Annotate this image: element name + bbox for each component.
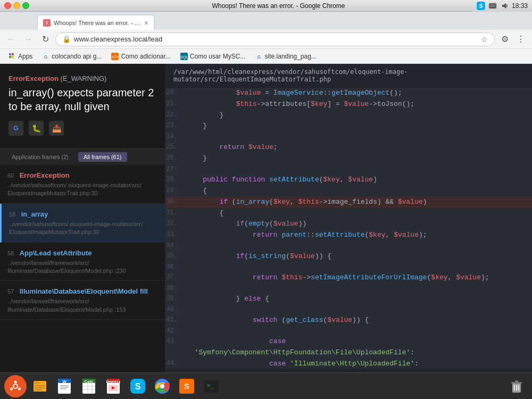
- code-panel: /var/www/html/cleanexpress/vendor/sahuso…: [165, 64, 532, 372]
- line-content: switch (get_class($value)) {: [186, 315, 532, 326]
- line-content: {: [186, 208, 532, 219]
- trash-icon[interactable]: [505, 375, 528, 397]
- svg-rect-3: [12, 56, 14, 58]
- bookmark-1[interactable]: G colocando api g...: [38, 52, 106, 61]
- svg-rect-20: [35, 385, 45, 386]
- maximize-button[interactable]: [22, 2, 29, 9]
- frame-number: 58: [7, 250, 14, 256]
- close-button[interactable]: [4, 2, 11, 9]
- line-content: }: [186, 121, 532, 132]
- tab-close-button[interactable]: ×: [144, 19, 148, 27]
- frame-name: ErrorException: [20, 171, 70, 179]
- svg-rect-22: [35, 389, 42, 390]
- line-number: 36.: [165, 262, 186, 272]
- line-content: }: [186, 110, 532, 121]
- line-content: if (in_array($key, $this->image_fields) …: [186, 197, 532, 208]
- svg-rect-63: [493, 4, 494, 5]
- files-manager-icon[interactable]: [29, 375, 51, 397]
- keyboard-tray-icon: [488, 2, 497, 10]
- frame-name: in_array: [21, 210, 48, 218]
- code-line: 34.: [165, 241, 532, 251]
- line-content: [186, 284, 532, 294]
- google-favicon-1: G: [42, 53, 49, 60]
- line-number: 28.: [165, 174, 186, 186]
- code-line: 21. $this->attributes[$key] = $value->to…: [165, 99, 532, 110]
- bookmark-4[interactable]: G site.landing_pag...: [251, 52, 321, 61]
- code-line: 39. } else {: [165, 294, 532, 305]
- svg-rect-67: [494, 6, 495, 7]
- frame-item[interactable]: 60 ErrorException ../vendor/sahusoftcom/…: [0, 165, 165, 204]
- frame-number: 57: [7, 288, 14, 295]
- terminal-icon[interactable]: >_: [200, 375, 222, 397]
- all-frames-button[interactable]: All frames (61): [78, 152, 127, 162]
- line-content: [186, 262, 532, 272]
- google-search-icon[interactable]: G: [9, 121, 23, 136]
- svg-text:S: S: [184, 382, 189, 390]
- skype-icon[interactable]: S: [127, 375, 149, 397]
- line-number: 38.: [165, 284, 186, 294]
- app-frames-button[interactable]: Application frames (2): [6, 152, 74, 162]
- bookmark-label-4: site.landing_pag...: [265, 53, 317, 60]
- window-controls: [4, 2, 29, 9]
- svg-point-14: [14, 380, 17, 383]
- navigation-bar: ← → ↻ 🔒 www.cleanexpress.local/lead ☆ ⚙ …: [0, 30, 532, 49]
- code-line: 35. if(is_string($value)) {: [165, 251, 532, 262]
- svg-rect-28: [60, 387, 69, 388]
- bookmarks-bar: Apps G colocando api g... </> Como adici…: [0, 49, 532, 64]
- bookmark-star-icon[interactable]: ☆: [481, 35, 488, 44]
- libreoffice-writer-icon[interactable]: W: [53, 375, 76, 397]
- chrome-icon[interactable]: [151, 375, 173, 397]
- code-line: 44. case 'Illuminate\Http\UploadedFile':: [165, 359, 532, 370]
- apps-label: Apps: [18, 53, 32, 60]
- svg-rect-0: [9, 53, 11, 55]
- forward-button[interactable]: →: [21, 32, 35, 46]
- frame-item[interactable]: 58 App\Lead setAttribute ../vendor/larav…: [0, 243, 165, 281]
- svg-rect-27: [60, 385, 69, 386]
- stackoverflow-icon[interactable]: 🐛: [29, 121, 44, 136]
- bookmark-3[interactable]: SQL Como usar MySC...: [176, 52, 250, 61]
- menu-button[interactable]: ⋮: [514, 32, 528, 46]
- bookmark-favicon-2: </>: [111, 53, 119, 60]
- svg-rect-62: [491, 4, 492, 5]
- exception-name: ErrorException: [9, 74, 59, 82]
- frame-header: 59 in_array: [9, 209, 157, 219]
- svg-rect-21: [35, 387, 45, 388]
- frame-item-selected[interactable]: 59 in_array ../vendor/sahusoftcom/ eloqu…: [0, 204, 165, 243]
- system-tray: S 18:33: [472, 0, 532, 12]
- line-content: [186, 241, 532, 251]
- svg-text:G: G: [257, 54, 261, 59]
- minimize-button[interactable]: [13, 2, 20, 9]
- apps-bookmark[interactable]: Apps: [4, 52, 37, 61]
- tab-bar: ! Whoops! There was an error. - Google C…: [0, 12, 532, 30]
- code-view[interactable]: 20. $value = ImageService::getImageObjec…: [165, 88, 532, 372]
- svg-text:</>: </>: [112, 54, 119, 59]
- address-bar[interactable]: 🔒 www.cleanexpress.local/lead ☆: [55, 32, 495, 46]
- code-line-highlighted: 30. if (in_array($key, $this->image_fiel…: [165, 197, 532, 208]
- code-line: 27.: [165, 164, 532, 174]
- extensions-button[interactable]: ⚙: [498, 32, 512, 46]
- back-button[interactable]: ←: [4, 32, 18, 46]
- tab-favicon: !: [43, 19, 51, 27]
- address-text: www.cleanexpress.local/lead: [74, 35, 478, 43]
- line-content: return parent::setAttribute($key, $value…: [186, 230, 532, 241]
- bookmark-2[interactable]: </> Como adicionar...: [107, 52, 174, 61]
- libreoffice-impress-icon[interactable]: Impress: [102, 375, 124, 397]
- line-content: if(empty($value)): [186, 219, 532, 230]
- browser-content: ErrorException (E_WARNING) in_array() ex…: [0, 64, 532, 372]
- line-number: 40.: [165, 305, 186, 315]
- svg-rect-61: [489, 4, 491, 5]
- frame-item[interactable]: 57 Illuminate\Database\Eloquent\Model fi…: [0, 281, 165, 320]
- frame-name: Illuminate\Database\Eloquent\Model fill: [20, 287, 148, 295]
- libreoffice-calc-icon[interactable]: Calc: [78, 375, 100, 397]
- svg-rect-19: [34, 382, 40, 384]
- line-number: [165, 347, 186, 359]
- line-content: return $value;: [186, 142, 532, 153]
- code-line: 24.: [165, 132, 532, 142]
- share-icon[interactable]: 📤: [49, 121, 64, 136]
- active-tab[interactable]: ! Whoops! There was an error. - Google C…: [37, 15, 154, 30]
- spreadsheet-app-icon[interactable]: S: [176, 375, 198, 397]
- bookmark-favicon-3: SQL: [180, 53, 188, 60]
- svg-text:S: S: [479, 3, 483, 9]
- reload-button[interactable]: ↻: [38, 32, 52, 46]
- ubuntu-icon[interactable]: [4, 375, 27, 397]
